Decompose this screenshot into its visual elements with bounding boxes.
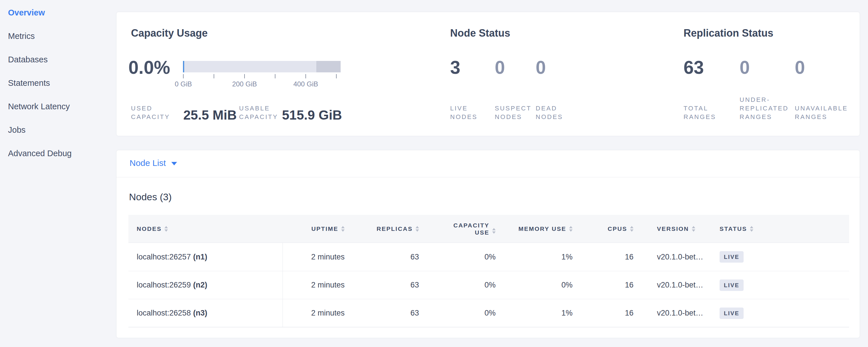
status-cell: LIVE [717, 299, 849, 327]
capacity-bar-reserved-segment [316, 61, 341, 72]
memory-use-cell: 1% [500, 243, 577, 271]
node-id: (n3) [193, 309, 207, 318]
table-row[interactable]: localhost:26257 (n1) 2 minutes 63 0% 1% … [128, 243, 849, 271]
sidebar: Overview Metrics Databases Statements Ne… [0, 0, 116, 347]
node-status-title: Node Status [450, 27, 510, 39]
used-capacity-value: 25.5 MiB [183, 108, 237, 122]
usable-capacity-value: 515.9 GiB [282, 108, 342, 122]
capacity-used-percent: 0.0% [128, 57, 170, 78]
column-header-capacity-use[interactable]: CAPACITY USE [423, 222, 500, 236]
under-replicated-ranges-count: 0 [740, 57, 750, 78]
capacity-bar-used-segment [183, 61, 184, 72]
cpus-cell: 16 [577, 271, 638, 299]
sidebar-item-statements[interactable]: Statements [8, 78, 50, 88]
axis-tick [275, 74, 275, 78]
cluster-summary-card: Capacity Usage 0.0% 0 GiB 200 GiB 400 Gi… [116, 12, 860, 136]
nodes-heading: Nodes (3) [129, 191, 172, 202]
live-nodes-count: 3 [450, 57, 461, 78]
under-replicated-ranges-label: UNDER- REPLICATED RANGES [740, 96, 789, 121]
column-header-replicas[interactable]: REPLICAS [349, 225, 423, 232]
unavailable-ranges-label: UNAVAILABLE RANGES [795, 104, 848, 121]
sort-icon [415, 226, 419, 232]
cpus-cell: 16 [577, 299, 638, 327]
axis-tick-label: 400 GiB [293, 80, 318, 88]
node-list-card: Node List Nodes (3) NODES UPTIME REPLICA… [116, 150, 860, 338]
node-list-toolbar: Node List [116, 150, 860, 177]
sort-icon [692, 226, 695, 232]
node-address-cell[interactable]: localhost:26257 (n1) [128, 243, 283, 271]
status-cell: LIVE [717, 271, 849, 299]
replicas-cell: 63 [349, 271, 423, 299]
sort-icon [164, 226, 168, 232]
replicas-cell: 63 [349, 243, 423, 271]
nodes-table-body: localhost:26257 (n1) 2 minutes 63 0% 1% … [128, 243, 849, 327]
column-header-nodes[interactable]: NODES [128, 225, 283, 232]
column-header-memory-use[interactable]: MEMORY USE [500, 225, 577, 232]
sidebar-item-network-latency[interactable]: Network Latency [8, 101, 70, 112]
status-badge: LIVE [719, 280, 744, 291]
dead-nodes-label: DEAD NODES [536, 104, 563, 121]
uptime-cell: 2 minutes [283, 271, 349, 299]
memory-use-cell: 1% [500, 299, 577, 327]
table-row[interactable]: localhost:26259 (n2) 2 minutes 63 0% 0% … [128, 271, 849, 299]
capacity-usage-title: Capacity Usage [131, 27, 208, 39]
axis-tick-label: 200 GiB [232, 80, 257, 88]
suspect-nodes-label: SUSPECT NODES [495, 104, 531, 121]
node-address-cell[interactable]: localhost:26259 (n2) [128, 271, 283, 299]
total-ranges-label: TOTAL RANGES [684, 104, 716, 121]
axis-tick [305, 74, 306, 78]
sort-icon [630, 226, 633, 232]
nodes-table-header: NODES UPTIME REPLICAS CAPACITY USE MEMOR… [128, 215, 849, 243]
sort-icon [341, 226, 345, 232]
node-id: (n2) [193, 281, 207, 289]
sidebar-item-databases[interactable]: Databases [8, 54, 48, 65]
version-cell: v20.1.0-bet… [638, 243, 717, 271]
node-id: (n1) [193, 253, 207, 261]
sort-icon [750, 226, 753, 232]
axis-tick [183, 74, 184, 78]
column-header-status[interactable]: STATUS [717, 225, 849, 232]
column-header-cpus[interactable]: CPUS [577, 225, 638, 232]
capacity-bar [183, 61, 341, 72]
chevron-down-icon [171, 162, 177, 165]
version-cell: v20.1.0-bet… [638, 271, 717, 299]
replication-status-title: Replication Status [684, 27, 773, 39]
used-capacity-label: USED CAPACITY [131, 104, 170, 121]
column-header-uptime[interactable]: UPTIME [283, 225, 349, 232]
sort-icon [492, 228, 496, 234]
column-header-version[interactable]: VERSION [638, 225, 717, 232]
axis-tick [336, 74, 337, 78]
unavailable-ranges-count: 0 [795, 57, 805, 78]
suspect-nodes-count: 0 [495, 57, 505, 78]
sidebar-item-advanced-debug[interactable]: Advanced Debug [8, 148, 72, 158]
replicas-cell: 63 [349, 299, 423, 327]
status-cell: LIVE [717, 243, 849, 271]
capacity-use-cell: 0% [423, 271, 500, 299]
status-badge: LIVE [719, 308, 744, 319]
capacity-use-cell: 0% [423, 299, 500, 327]
node-list-dropdown-label: Node List [129, 158, 166, 168]
dead-nodes-count: 0 [536, 57, 546, 78]
live-nodes-label: LIVE NODES [450, 104, 477, 121]
capacity-use-cell: 0% [423, 243, 500, 271]
usable-capacity-label: USABLE CAPACITY [239, 104, 278, 121]
uptime-cell: 2 minutes [283, 299, 349, 327]
sidebar-item-jobs[interactable]: Jobs [8, 125, 26, 135]
axis-tick-label: 0 GiB [175, 80, 192, 88]
sidebar-item-metrics[interactable]: Metrics [8, 31, 35, 41]
uptime-cell: 2 minutes [283, 243, 349, 271]
table-row[interactable]: localhost:26258 (n3) 2 minutes 63 0% 1% … [128, 299, 849, 327]
nodes-table: NODES UPTIME REPLICAS CAPACITY USE MEMOR… [128, 215, 849, 327]
sort-icon [569, 226, 572, 232]
node-list-dropdown[interactable]: Node List [129, 158, 177, 168]
node-address-cell[interactable]: localhost:26258 (n3) [128, 299, 283, 327]
cpus-cell: 16 [577, 243, 638, 271]
memory-use-cell: 0% [500, 271, 577, 299]
version-cell: v20.1.0-bet… [638, 299, 717, 327]
total-ranges-count: 63 [684, 57, 704, 78]
axis-tick [214, 74, 214, 78]
axis-tick [244, 74, 245, 78]
sidebar-item-overview[interactable]: Overview [8, 7, 45, 18]
capacity-axis [183, 74, 341, 79]
status-badge: LIVE [719, 251, 744, 263]
